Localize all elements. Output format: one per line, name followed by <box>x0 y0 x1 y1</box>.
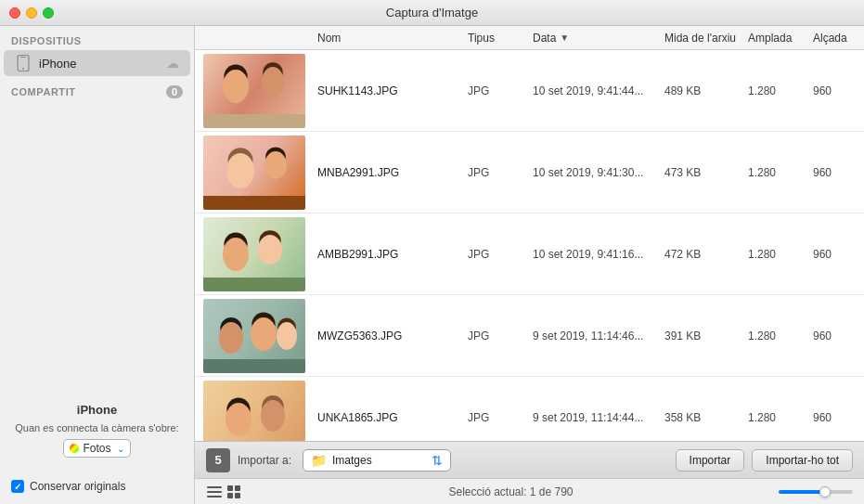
col-amplada-header[interactable]: Amplada <box>748 32 813 45</box>
file-thumbnail <box>199 215 310 293</box>
file-height: 960 <box>813 166 864 179</box>
col-mida-header[interactable]: Mida de l'arxiu <box>664 32 748 45</box>
svg-rect-9 <box>235 493 240 498</box>
col-tipus-header[interactable]: Tipus <box>468 32 533 45</box>
file-list: SUHK1143.JPG JPG 10 set 2019, 9:41:44...… <box>195 50 864 441</box>
conservar-originals-row[interactable]: Conservar originals <box>11 480 183 493</box>
svg-rect-5 <box>207 496 222 498</box>
file-width: 1.280 <box>748 166 813 179</box>
file-type: JPG <box>468 84 533 97</box>
cloud-icon: ☁ <box>166 56 179 71</box>
file-name: MWZG5363.JPG <box>310 330 468 342</box>
file-thumbnail <box>199 134 310 212</box>
file-size: 358 KB <box>664 411 748 424</box>
import-all-button[interactable]: Importar-ho tot <box>752 449 853 472</box>
file-thumbnail <box>199 297 310 375</box>
table-row[interactable]: UNKA1865.JPG JPG 9 set 2019, 11:14:44...… <box>195 377 864 441</box>
compartit-section: COMPARTIT 0 <box>0 76 194 102</box>
close-button[interactable] <box>9 7 20 19</box>
import-destination-select[interactable]: 📁 Imatges ⇅ <box>303 449 451 472</box>
file-width: 1.280 <box>748 411 813 424</box>
device-subtitle: Quan es connecta la càmera s'obre: <box>15 422 178 433</box>
col-data-header[interactable]: Data ▼ <box>533 32 664 45</box>
file-date: 10 set 2019, 9:41:44... <box>533 84 664 97</box>
destination-label: Imatges <box>332 454 426 467</box>
maximize-button[interactable] <box>43 7 54 19</box>
file-width: 1.280 <box>748 84 813 97</box>
col-data-sort-arrow: ▼ <box>560 32 569 43</box>
col-nom-header[interactable]: Nom <box>310 32 468 45</box>
status-bar: Selecció actual: 1 de 790 <box>195 478 864 504</box>
zoom-slider-thumb[interactable] <box>819 486 831 498</box>
grid-view-icon[interactable] <box>226 484 243 500</box>
table-row[interactable]: MNBA2991.JPG JPG 10 set 2019, 9:41:30...… <box>195 132 864 213</box>
main-container: DISPOSITIUS iPhone ☁ COMPARTIT 0 iPhone … <box>0 26 864 504</box>
device-info: iPhone Quan es connecta la càmera s'obre… <box>11 403 183 465</box>
svg-rect-3 <box>207 486 222 488</box>
content-area: Nom Tipus Data ▼ Mida de l'arxiu Amplada… <box>195 26 864 504</box>
file-name: UNKA1865.JPG <box>310 411 468 424</box>
file-size: 391 KB <box>664 330 748 342</box>
svg-rect-1 <box>20 57 26 58</box>
file-size: 472 KB <box>664 248 748 261</box>
file-height: 960 <box>813 411 864 424</box>
import-button[interactable]: Importar <box>676 449 745 472</box>
table-row[interactable]: MWZG5363.JPG JPG 9 set 2019, 11:14:46...… <box>195 295 864 377</box>
zoom-slider[interactable] <box>779 490 853 494</box>
svg-point-2 <box>22 68 24 70</box>
file-type: JPG <box>468 330 533 342</box>
col-alcada-header[interactable]: Alçada <box>813 32 864 45</box>
import-count-badge: 5 <box>206 448 230 472</box>
svg-rect-4 <box>207 491 222 493</box>
file-height: 960 <box>813 248 864 261</box>
file-date: 9 set 2019, 11:14:44... <box>533 411 664 424</box>
device-name: iPhone <box>77 403 117 417</box>
destination-arrows-icon: ⇅ <box>432 453 443 468</box>
compartit-label: COMPARTIT <box>11 86 166 97</box>
window-title: Captura d'Imatge <box>386 6 478 19</box>
minimize-button[interactable] <box>26 7 37 19</box>
file-type: JPG <box>468 411 533 424</box>
dispositius-section-label: DISPOSITIUS <box>0 26 194 50</box>
checkbox-icon <box>11 480 24 493</box>
file-name: AMBB2991.JPG <box>310 248 468 261</box>
list-view-icon[interactable] <box>206 484 223 500</box>
bottom-bar: 5 Importar a: 📁 Imatges ⇅ Importar Impor… <box>195 441 864 478</box>
file-height: 960 <box>813 330 864 342</box>
import-label: Importar a: <box>238 454 291 467</box>
file-date: 9 set 2019, 11:14:46... <box>533 330 664 342</box>
file-name: MNBA2991.JPG <box>310 166 468 179</box>
svg-rect-6 <box>227 485 233 491</box>
column-headers: Nom Tipus Data ▼ Mida de l'arxiu Amplada… <box>195 26 864 50</box>
file-width: 1.280 <box>748 330 813 342</box>
file-date: 10 set 2019, 9:41:30... <box>533 166 664 179</box>
selection-status: Selecció actual: 1 de 790 <box>252 485 769 498</box>
window-controls <box>9 7 54 19</box>
table-row[interactable]: AMBB2991.JPG JPG 10 set 2019, 9:41:16...… <box>195 213 864 295</box>
zoom-slider-container <box>779 490 853 494</box>
file-width: 1.280 <box>748 248 813 261</box>
fotos-chevron-icon: ⌄ <box>117 444 124 454</box>
table-row[interactable]: SUHK1143.JPG JPG 10 set 2019, 9:41:44...… <box>195 50 864 132</box>
folder-icon: 📁 <box>311 453 327 468</box>
file-size: 473 KB <box>664 166 748 179</box>
file-height: 960 <box>813 84 864 97</box>
fotos-label: Fotos <box>83 442 110 455</box>
iphone-icon <box>15 55 32 71</box>
file-thumbnail <box>199 52 310 130</box>
svg-rect-7 <box>235 485 240 491</box>
file-name: SUHK1143.JPG <box>310 84 468 97</box>
file-thumbnail <box>199 379 310 442</box>
svg-rect-8 <box>227 493 233 498</box>
fotos-select[interactable]: Fotos ⌄ <box>63 439 130 458</box>
file-size: 489 KB <box>664 84 748 97</box>
sidebar-item-iphone[interactable]: iPhone ☁ <box>4 50 190 76</box>
file-date: 10 set 2019, 9:41:16... <box>533 248 664 261</box>
compartit-badge: 0 <box>166 85 183 98</box>
sidebar: DISPOSITIUS iPhone ☁ COMPARTIT 0 iPhone … <box>0 26 195 504</box>
conservar-label: Conservar originals <box>30 480 125 493</box>
file-type: JPG <box>468 166 533 179</box>
file-type: JPG <box>468 248 533 261</box>
view-icons <box>206 484 243 500</box>
iphone-label: iPhone <box>39 57 159 71</box>
